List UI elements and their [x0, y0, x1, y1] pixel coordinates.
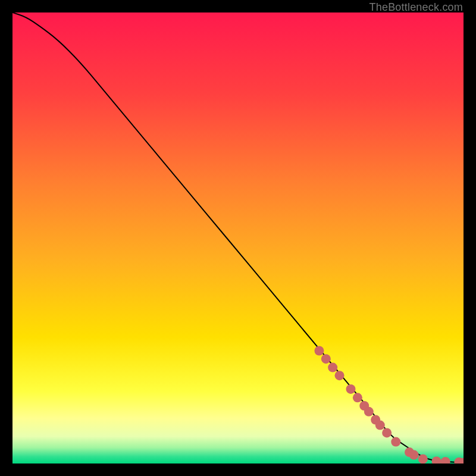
data-marker	[418, 454, 428, 464]
data-marker	[409, 450, 419, 460]
data-marker	[375, 421, 385, 430]
gradient-background	[12, 12, 464, 464]
data-marker	[346, 384, 356, 394]
data-marker	[353, 393, 362, 402]
data-marker	[335, 371, 345, 380]
data-marker	[382, 428, 392, 437]
data-marker	[391, 437, 400, 447]
data-marker	[364, 407, 374, 416]
plot-area	[12, 12, 464, 464]
data-marker	[321, 354, 331, 364]
chart-frame: TheBottleneck.com	[0, 0, 476, 476]
data-marker	[314, 346, 324, 356]
attribution-text: TheBottleneck.com	[369, 1, 463, 14]
chart-svg	[12, 12, 464, 464]
data-marker	[328, 363, 337, 372]
